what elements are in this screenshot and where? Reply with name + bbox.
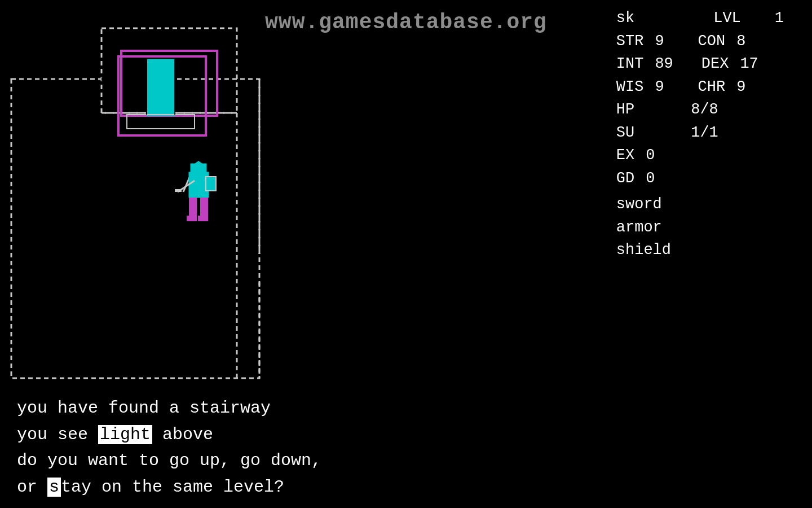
lvl-label: LVL	[713, 7, 741, 30]
chr-label: CHR	[698, 76, 726, 99]
message-line2-post: above	[152, 425, 213, 444]
str-value: 9	[655, 30, 664, 53]
svg-rect-11	[127, 115, 195, 129]
item3: shield	[616, 239, 784, 262]
game-container: www.gamesdatabase.org	[0, 0, 812, 508]
item1: sword	[616, 193, 784, 216]
message-line1: you have found a stairway	[17, 395, 795, 422]
chr-value: 9	[736, 76, 745, 99]
sk-label: sk	[616, 7, 634, 30]
svg-rect-18	[175, 189, 182, 192]
dex-value: 17	[740, 52, 758, 76]
wis-label: WIS	[616, 76, 644, 99]
lvl-value: 1	[775, 7, 784, 30]
svg-rect-22	[187, 216, 197, 221]
svg-rect-20	[189, 198, 197, 217]
hp-value: 8/8	[691, 98, 718, 121]
message-line2-highlight: light	[98, 425, 152, 444]
svg-rect-10	[147, 59, 175, 116]
gd-label: GD	[616, 167, 634, 190]
su-label: SU	[616, 121, 634, 144]
message-line2-pre: you see	[17, 425, 98, 444]
character-sprite	[172, 161, 228, 251]
dex-label: DEX	[701, 52, 729, 76]
message-area: you have found a stairway you see light …	[0, 384, 812, 508]
svg-rect-15	[191, 164, 206, 175]
gd-value: 0	[646, 167, 655, 190]
item2: armor	[616, 216, 784, 239]
message-line3: do you want to go up, go down,	[17, 448, 795, 474]
con-value: 8	[736, 30, 745, 53]
svg-rect-21	[200, 198, 208, 217]
ex-label: EX	[616, 144, 634, 167]
svg-marker-16	[195, 161, 202, 164]
ex-value: 0	[646, 144, 655, 167]
int-label: INT	[616, 52, 644, 76]
message-line4-highlight: s	[47, 478, 61, 497]
game-area: sk LVL 1 STR 9 CON 8 INT 89 DEX 17 WIS 9…	[0, 0, 812, 508]
chest-sprite	[116, 54, 211, 144]
message-line4: or stay on the same level?	[17, 474, 795, 501]
svg-rect-19	[206, 177, 216, 191]
su-value: 1/1	[691, 121, 718, 144]
stats-panel: sk LVL 1 STR 9 CON 8 INT 89 DEX 17 WIS 9…	[616, 7, 784, 262]
message-line4-post: tay on the same level?	[61, 478, 284, 497]
hp-label: HP	[616, 98, 634, 121]
con-label: CON	[698, 30, 726, 53]
message-line4-pre: or	[17, 478, 47, 497]
message-line2: you see light above	[17, 422, 795, 448]
int-value: 89	[655, 52, 673, 76]
str-label: STR	[616, 30, 644, 53]
svg-rect-23	[198, 216, 208, 221]
wis-value: 9	[655, 76, 664, 99]
